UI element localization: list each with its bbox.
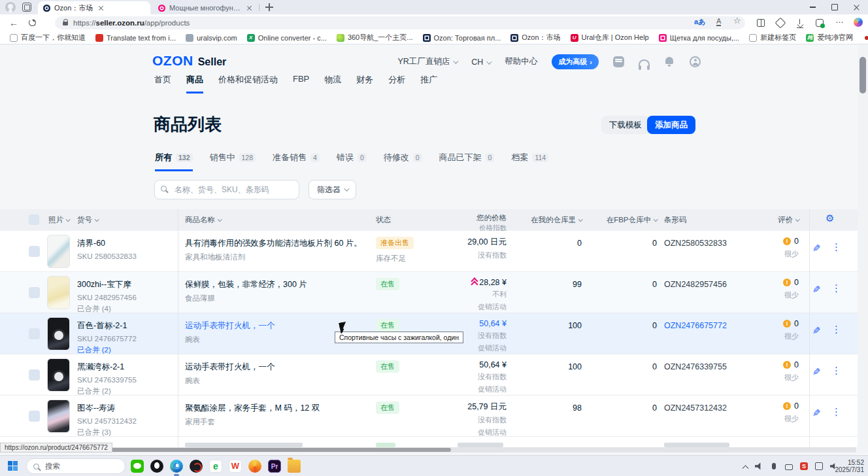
row-menu-icon[interactable]: ⋮ [831,365,841,377]
tab-all[interactable]: 所有132 [155,152,193,171]
nav-fbp[interactable]: FBP [293,74,309,94]
bookmark-item[interactable]: Ozon：市场 [510,33,560,42]
bookmark-item[interactable]: Translate text from i... [95,34,176,42]
tray-mic-icon[interactable] [772,463,776,469]
edit-pencil-icon[interactable]: ✎ [812,325,821,337]
product-thumbnail[interactable] [47,317,70,350]
promo-note[interactable]: 促销活动 [415,428,507,437]
promo-note[interactable]: 促销活动 [415,302,507,312]
tab-to-fix[interactable]: 待修改0 [384,152,422,169]
bookmark-item[interactable]: 百度一下，你就知道 [10,33,86,42]
wechat-icon[interactable] [131,460,144,473]
nav-promotion[interactable]: 推广 [420,74,437,94]
favorite-star-icon[interactable]: ☆ [733,16,741,26]
copilot-icon[interactable] [854,18,863,27]
edge-browser-icon[interactable] [170,460,183,473]
bookmark-item[interactable]: uralsvip.com [186,34,237,42]
table-row-partial[interactable] [0,437,858,447]
edit-pencil-icon[interactable]: ✎ [812,366,821,378]
tab-secondary[interactable]: Мощные многофункциональнь [153,1,258,14]
promo-note[interactable]: 促销活动 [415,343,507,353]
maximize-button[interactable] [824,0,846,14]
tab-close-icon[interactable] [246,5,252,11]
row-checkbox[interactable] [29,411,40,422]
translate-icon[interactable]: aあ [694,17,705,27]
product-thumbnail[interactable] [47,358,70,392]
file-explorer-icon[interactable] [288,460,301,473]
barcode-link[interactable]: OZN2476675772 [664,321,727,330]
read-aloud-icon[interactable]: A [716,17,721,26]
split-screen-icon[interactable] [757,19,765,27]
tab-unpublished[interactable]: 商品已下架0 [439,152,495,169]
nav-logistics[interactable]: 物流 [324,74,341,94]
taskbar-clock[interactable]: 15:52 2025/7/31 [835,459,865,473]
row-menu-icon[interactable]: ⋮ [831,282,841,294]
bookmark-item[interactable]: UUral仓库 | Ozon Help [571,33,649,42]
profile-avatar-icon[interactable] [5,2,16,12]
edit-pencil-icon[interactable]: ✎ [812,284,821,296]
add-product-button[interactable]: 添加商品 [647,116,695,134]
tray-printer-icon[interactable] [785,464,793,470]
horizontal-scrollbar[interactable] [0,447,856,452]
wallet-icon[interactable] [816,19,824,27]
table-settings-gear-icon[interactable]: ⚙ [826,212,834,224]
account-icon[interactable] [690,56,701,67]
tray-speaker-icon[interactable] [755,462,763,470]
row-checkbox[interactable] [29,246,40,257]
header-photo[interactable]: 照片 [48,215,69,225]
nav-pricing[interactable]: 价格和促销活动 [218,74,278,94]
back-icon[interactable]: ← [9,17,18,29]
workspaces-icon[interactable] [22,3,31,12]
store-selector[interactable]: YR工厂直销店 [397,56,457,67]
table-row[interactable]: 300zhi--宝下摩SKU 2482957456已合并 (4) 保鲜膜，包装，… [0,272,858,313]
bookmark-item[interactable]: 纯爱纯净官网 [806,33,853,42]
row-checkbox[interactable] [29,287,40,298]
more-menu-icon[interactable]: … [835,15,844,25]
nav-products[interactable]: 商品 [186,74,203,94]
premiere-icon[interactable]: Pr [268,460,281,473]
minimize-button[interactable] [801,0,824,14]
tab-on-sale[interactable]: 销售中128 [210,152,256,169]
tray-chevron-up-icon[interactable] [743,465,749,471]
header-article[interactable]: 货号 [77,215,98,225]
edit-pencil-icon[interactable]: ✎ [812,407,821,419]
tab-ready[interactable]: 准备销售4 [273,152,320,169]
refresh-icon[interactable] [29,19,36,26]
bookmark-item[interactable]: Ozon: Торговая пл... [423,34,501,42]
promo-note[interactable]: 促销活动 [415,384,507,394]
bookmark-item[interactable]: 章鱼AI [863,33,868,42]
row-checkbox[interactable] [29,369,40,381]
tab-close-icon[interactable] [98,5,104,11]
scrollbar-thumb[interactable] [860,57,866,94]
firefox-icon[interactable] [248,460,261,473]
ozon-seller-logo[interactable]: OZONSeller [152,53,226,69]
vertical-scrollbar[interactable] [858,45,868,452]
bookmark-item[interactable]: 新建标签页 [749,33,796,42]
tab-ozon-market[interactable]: Ozon：市场 [38,1,150,14]
tray-cast-icon[interactable] [815,462,823,470]
product-name[interactable]: 聚氨酯涂层，家务手套，M 码，12 双 [185,403,368,414]
collections-icon[interactable] [775,18,786,29]
language-selector[interactable]: CH [471,58,490,67]
table-row[interactable]: 黑濑湾标-2-1SKU 2476339755已合并 (2) 运动手表带打火机，一… [0,354,858,396]
table-row[interactable]: 图岑--寿涛SKU 2457312432已合并 (3) 聚氨酯涂层，家务手套，M… [0,396,858,437]
select-all-checkbox[interactable] [29,214,39,225]
tab-errors[interactable]: 错误0 [337,152,367,169]
header-name[interactable]: 商品名称 [185,215,221,225]
product-thumbnail[interactable] [47,235,70,268]
row-menu-icon[interactable]: ⋮ [831,406,841,418]
product-name[interactable]: 具有消毒作用的强效多功能清洁地板片剂 60 片。 [185,238,368,249]
tray-360-icon[interactable]: S [800,462,808,470]
bookmark-item[interactable]: XOnline converter - c... [247,34,327,42]
browser-360-icon[interactable]: e [209,460,222,473]
wps-icon[interactable]: W [229,460,242,473]
product-thumbnail[interactable] [47,276,70,309]
notifications-bell-icon[interactable] [664,56,675,67]
edit-pencil-icon[interactable]: ✎ [812,243,821,254]
download-template-button[interactable]: 下载模板 [601,116,650,134]
nav-home[interactable]: 首页 [154,74,171,94]
download-icon[interactable] [796,19,804,27]
row-menu-icon[interactable]: ⋮ [831,324,841,335]
music-app-icon[interactable] [190,460,203,473]
bookmark-item[interactable]: Щетка для посуды,... [659,34,739,42]
